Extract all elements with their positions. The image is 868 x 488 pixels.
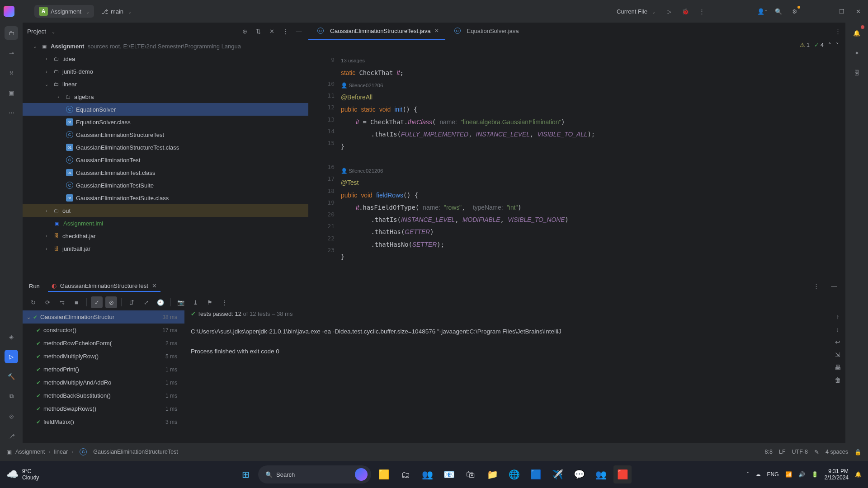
import-icon[interactable]: 📷 (175, 296, 187, 308)
build-tool-icon[interactable]: 🔨 (5, 370, 18, 383)
editor-tab[interactable]: C EquationSolver.java (445, 23, 525, 40)
tab-menu-icon[interactable]: ⋮ (833, 26, 843, 36)
tree-node[interactable]: 01GaussianEliminationTest.class (23, 166, 308, 179)
panel-menu-icon[interactable]: ⋮ (280, 26, 290, 36)
tree-root[interactable]: ⌄▣ Assignment sources root, E:\ELTE\2nd … (23, 40, 308, 52)
copilot-icon[interactable] (355, 468, 368, 481)
teams-icon[interactable]: 👥 (418, 465, 436, 483)
test-node[interactable]: ✔methodPrint()1 ms (23, 363, 184, 376)
tree-node[interactable]: CGaussianEliminationStructureTest (23, 128, 308, 141)
test-node[interactable]: ✔methodRowEchelonForm(2 ms (23, 337, 184, 350)
tree-node[interactable]: 01GaussianEliminationStructureTest.class (23, 141, 308, 154)
settings-icon[interactable]: ⚙ (788, 5, 801, 18)
readonly-icon[interactable]: ✎ (814, 449, 819, 455)
run-config-selector[interactable]: Current File (613, 6, 659, 17)
close-tab-icon[interactable]: ✕ (434, 28, 439, 34)
system-tray[interactable]: ˄ ☁ ENG 📶 🔊 🔋 9:31 PM 2/12/2024 🔔 (746, 468, 862, 481)
rerun-failed-icon[interactable]: ⟳ (42, 296, 53, 308)
crumb-item[interactable]: GaussianEliminationStructureTest (93, 449, 178, 455)
test-node[interactable]: ✔constructor()17 ms (23, 324, 184, 337)
wifi-icon[interactable]: 📶 (785, 471, 792, 478)
show-ignored-icon[interactable]: ⊘ (105, 296, 117, 308)
pycharm-icon[interactable]: 🟨 (375, 465, 393, 483)
next-highlight-icon[interactable]: ˅ (836, 42, 839, 48)
expand-icon[interactable]: ⤢ (140, 296, 152, 308)
select-file-icon[interactable]: ⊕ (240, 26, 250, 36)
test-node[interactable]: ✔methodMultiplyRow()5 ms (23, 350, 184, 363)
test-node[interactable]: ✔methodMultiplyAndAddRo1 ms (23, 376, 184, 389)
project-tool-icon[interactable]: 🗀 (5, 26, 18, 40)
console-output[interactable]: C:\Users\Asus\.jdks\openjdk-21.0.1\bin\j… (191, 324, 830, 443)
more-actions-icon[interactable]: ⋮ (695, 5, 708, 18)
test-node[interactable]: ✔methodSwapRows()1 ms (23, 402, 184, 415)
lock-icon[interactable]: 🔒 (854, 449, 862, 455)
hamburger-menu-icon[interactable] (18, 5, 31, 18)
vcs-branch[interactable]: ⎇ main (98, 6, 135, 17)
problems-tool-icon[interactable]: ⊘ (5, 409, 18, 423)
code-area[interactable]: 13 usages static CheckThat it; 👤 Silence… (341, 40, 845, 278)
show-passed-icon[interactable]: ✓ (91, 296, 103, 308)
rerun-icon[interactable]: ↻ (27, 296, 39, 308)
crumb-item[interactable]: linear (54, 449, 68, 455)
onedrive-icon[interactable]: ☁ (755, 471, 761, 478)
pull-requests-icon[interactable]: ⤱ (5, 66, 18, 80)
minimize-icon[interactable]: ― (819, 5, 832, 18)
tree-node-jar[interactable]: ›🗄checkthat.jar (23, 230, 308, 242)
tree-node[interactable]: CGaussianEliminationTest (23, 154, 308, 166)
run-tool-icon[interactable]: ▷ (5, 350, 18, 363)
edge-icon[interactable]: 🌐 (505, 465, 523, 483)
ai-assistant-icon[interactable]: ✦ (850, 46, 863, 60)
structure-tool-icon[interactable]: ▣ (5, 86, 18, 99)
encoding[interactable]: UTF-8 (792, 449, 808, 455)
close-window-icon[interactable]: ✕ (852, 5, 864, 18)
battery-icon[interactable]: 🔋 (811, 471, 818, 478)
up-icon[interactable]: ↑ (836, 313, 840, 320)
line-ending[interactable]: LF (779, 449, 786, 455)
explorer-icon[interactable]: 🗂 (396, 465, 415, 483)
more-icon[interactable]: ⋮ (218, 296, 230, 308)
intellij-icon[interactable]: 🟥 (613, 465, 632, 483)
inspection-widget[interactable]: 1 4 ˄ ˅ (800, 42, 839, 48)
run-button[interactable]: ▷ (663, 5, 675, 18)
services-icon[interactable]: ◈ (5, 330, 18, 343)
tree-node[interactable]: CGaussianEliminationTestSuite (23, 179, 308, 192)
test-node[interactable]: ⌄✔GaussianEliminationStructur38 ms (23, 310, 184, 324)
collapse-all-icon[interactable]: ✕ (267, 26, 277, 36)
commit-tool-icon[interactable]: ⊸ (5, 46, 18, 60)
tree-node-iml[interactable]: ▣Assignment.iml (23, 217, 308, 230)
toggle-auto-test-icon[interactable]: ⥃ (56, 296, 68, 308)
test-node[interactable]: ✔fieldMatrix()3 ms (23, 415, 184, 428)
teams2-icon[interactable]: 👥 (592, 465, 610, 483)
scroll-end-icon[interactable]: ⇲ (835, 351, 840, 358)
notifications-icon[interactable]: 🔔 (850, 26, 863, 40)
test-tree[interactable]: ⌄✔GaussianEliminationStructur38 ms✔const… (23, 310, 184, 443)
volume-icon[interactable]: 🔊 (798, 471, 805, 478)
tree-node[interactable]: 01GaussianEliminationTestSuite.class (23, 192, 308, 204)
restore-icon[interactable]: ❐ (835, 5, 848, 18)
tree-node-junit5[interactable]: ›🗀junit5-demo (23, 65, 308, 78)
crumb-item[interactable]: Assignment (15, 449, 45, 455)
vscode-icon[interactable]: 🟦 (527, 465, 545, 483)
project-tree[interactable]: ⌄▣ Assignment sources root, E:\ELTE\2nd … (23, 40, 308, 278)
prev-highlight-icon[interactable]: ˄ (828, 42, 831, 48)
breadcrumb[interactable]: ▣ Assignment › linear › C GaussianElimin… (6, 448, 178, 455)
down-icon[interactable]: ↓ (836, 326, 840, 333)
files-icon[interactable]: 📁 (483, 465, 501, 483)
terminal-tool-icon[interactable]: ⧉ (5, 389, 18, 403)
code-with-me-icon[interactable]: 👤⁺ (756, 5, 769, 18)
store-icon[interactable]: 🛍 (462, 465, 480, 483)
weather-widget[interactable]: ☁️ 9°C Cloudy (6, 468, 39, 481)
language-indicator[interactable]: ENG (767, 471, 779, 478)
test-node[interactable]: ✔methodBackSubstitution()1 ms (23, 389, 184, 402)
taskbar-clock[interactable]: 9:31 PM 2/12/2024 (825, 468, 849, 481)
history-icon[interactable]: 🕘 (155, 296, 166, 308)
caret-position[interactable]: 8:8 (765, 449, 773, 455)
hide-panel-icon[interactable]: ― (294, 26, 304, 36)
chevron-down-icon[interactable] (50, 28, 55, 35)
indent[interactable]: 4 spaces (826, 449, 848, 455)
tree-node-equation-solver[interactable]: CEquationSolver (23, 103, 308, 116)
panel-menu-icon[interactable]: ⋮ (811, 281, 821, 291)
close-icon[interactable]: ✕ (152, 282, 157, 289)
tray-expand-icon[interactable]: ˄ (746, 471, 749, 478)
clear-icon[interactable]: 🗑 (835, 376, 841, 384)
